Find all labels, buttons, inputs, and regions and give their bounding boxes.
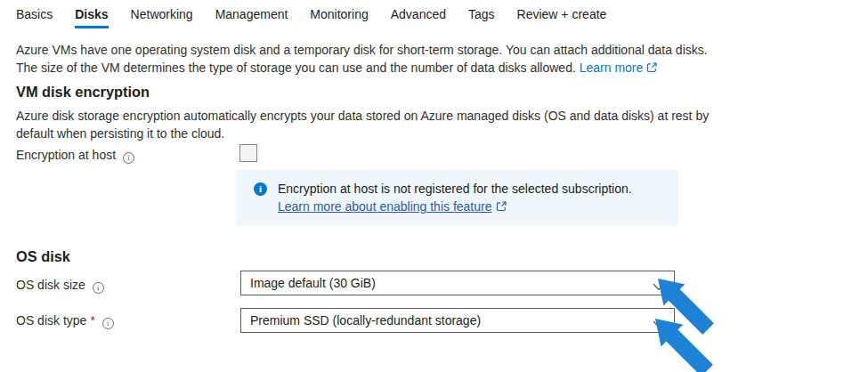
tab-monitoring[interactable]: Monitoring	[310, 7, 368, 28]
os-disk-type-label-text: OS disk type	[16, 313, 86, 328]
tab-management[interactable]: Management	[215, 7, 288, 28]
os-disk-size-dropdown[interactable]: Image default (30 GiB)	[240, 271, 675, 295]
os-disk-type-label: OS disk type*	[16, 311, 114, 329]
tab-tags[interactable]: Tags	[468, 7, 495, 28]
encryption-description-line-2: default when persisting it to the cloud.	[16, 126, 224, 141]
tab-advanced[interactable]: Advanced	[391, 7, 446, 28]
encryption-description-line-1: Azure disk storage encryption automatica…	[16, 109, 709, 123]
wizard-tab-bar: Basics Disks Networking Management Monit…	[16, 7, 606, 28]
tab-networking[interactable]: Networking	[131, 7, 193, 28]
required-marker: *	[90, 313, 94, 328]
os-disk-size-value: Image default (30 GiB)	[250, 271, 376, 295]
info-tooltip-icon[interactable]	[123, 152, 134, 164]
banner-learn-more-link[interactable]: Learn more about enabling this feature	[278, 199, 492, 214]
os-disk-heading: OS disk	[16, 248, 70, 265]
encryption-at-host-checkbox[interactable]	[239, 144, 257, 162]
banner-info-icon	[254, 182, 267, 196]
external-link-icon	[496, 198, 507, 216]
intro-line-2: The size of the VM determines the type o…	[16, 61, 576, 75]
encryption-at-host-label: Encryption at host	[16, 146, 134, 164]
tab-basics[interactable]: Basics	[16, 7, 53, 28]
learn-more-link[interactable]: Learn more	[580, 61, 644, 75]
info-tooltip-icon[interactable]	[93, 282, 104, 294]
encryption-at-host-label-text: Encryption at host	[16, 148, 116, 162]
info-tooltip-icon[interactable]	[102, 318, 114, 329]
os-disk-size-label-text: OS disk size	[16, 278, 85, 292]
tab-disks[interactable]: Disks	[75, 7, 108, 28]
tab-review-create[interactable]: Review + create	[517, 7, 607, 28]
os-disk-size-label: OS disk size	[16, 276, 104, 294]
encryption-description: Azure disk storage encryption automatica…	[16, 107, 709, 142]
vm-disk-encryption-heading: VM disk encryption	[16, 84, 150, 101]
annotation-arrow-type-dropdown	[655, 319, 714, 372]
banner-message: Encryption at host is not registered for…	[278, 182, 632, 196]
intro-line-1: Azure VMs have one operating system disk…	[16, 43, 708, 57]
intro-paragraph: Azure VMs have one operating system disk…	[16, 41, 708, 77]
os-disk-type-dropdown[interactable]: Premium SSD (locally-redundant storage)	[240, 308, 675, 333]
info-banner: Encryption at host is not registered for…	[236, 170, 678, 225]
external-link-icon	[646, 60, 657, 77]
os-disk-type-value: Premium SSD (locally-redundant storage)	[250, 309, 481, 332]
